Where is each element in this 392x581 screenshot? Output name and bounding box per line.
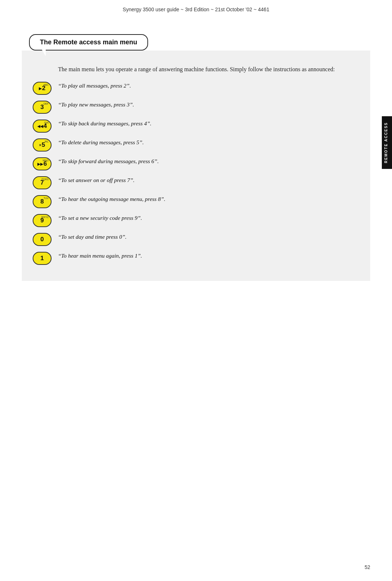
menu-text: “To set a new security code press 9”. [58,213,142,222]
menu-item: MNO▶▶6“To skip forward during messages, … [33,157,359,170]
key-letters: TUV [44,197,49,199]
menu-text: “To skip back during messages, press 4”. [58,119,151,128]
menu-text: “To play all messages, press 2”. [58,81,131,90]
key-icon: ▶ [39,86,42,90]
key-letters: WXYZ [41,216,49,218]
menu-text: “To hear the outgoing message menu, pres… [58,194,166,203]
key-badge: 0 [33,233,52,246]
menu-item: DEF3“To play new messages, press 3”. [33,100,359,114]
menu-item: ABC▶2“To play all messages, press 2”. [33,81,359,95]
page-header: Synergy 3500 user guide ~ 3rd Edition ~ … [0,0,392,12]
key-badge: JKL×5 [33,138,52,152]
key-badge: MNO▶▶6 [33,157,52,170]
key-letters: JKL [44,140,49,143]
menu-text: “To set answer on or off press 7”. [58,175,135,184]
menu-item: 1“To hear main menu again, press 1”. [33,251,359,265]
key-badge: ABC▶2 [33,82,52,95]
menu-list: ABC▶2“To play all messages, press 2”.DEF… [33,81,359,265]
main-content: The Remote access main menu The main men… [22,34,370,281]
callout-title: The Remote access main menu [40,39,137,46]
key-number: 1 [40,255,44,262]
menu-item: WXYZ9“To set a new security code press 9… [33,213,359,227]
key-badge: WXYZ9 [33,214,52,227]
key-icon: ◀◀ [37,124,43,128]
key-letters: PQRS [41,178,49,181]
menu-item: TUV8“To hear the outgoing message menu, … [33,194,359,208]
key-badge: DEF3 [33,101,52,114]
menu-item: JKL×5“To delete during messages, press 5… [33,138,359,152]
key-letters: MNO [43,159,49,162]
key-letters: ABC [44,84,49,86]
key-badge: GHI◀◀4 [33,120,52,133]
content-area: The main menu lets you operate a range o… [22,51,370,281]
menu-item: GHI◀◀4“To skip back during messages, pre… [33,119,359,133]
key-icon: × [39,143,41,147]
intro-text: The main menu lets you operate a range o… [58,65,359,74]
key-number: 0 [40,236,44,243]
key-letters: DEF [44,102,49,105]
menu-text: “To delete during messages, press 5”. [58,138,144,146]
key-letters: GHI [44,121,49,124]
key-badge: 1 [33,252,52,265]
menu-text: “To set day and time press 0”. [58,232,127,241]
key-badge: TUV8 [33,195,52,208]
menu-item: 0“To set day and time press 0”. [33,232,359,246]
menu-item: PQRS7“To set answer on or off press 7”. [33,175,359,189]
key-icon: ▶▶ [37,162,43,166]
key-badge: PQRS7 [33,176,52,189]
menu-text: “To play new messages, press 3”. [58,100,134,109]
menu-text: “To skip forward during messages, press … [58,157,159,165]
page-number: 52 [364,564,370,570]
callout-box: The Remote access main menu [29,34,148,51]
side-tab: REMOTE ACCESS [382,116,392,169]
menu-text: “To hear main menu again, press 1”. [58,251,142,260]
